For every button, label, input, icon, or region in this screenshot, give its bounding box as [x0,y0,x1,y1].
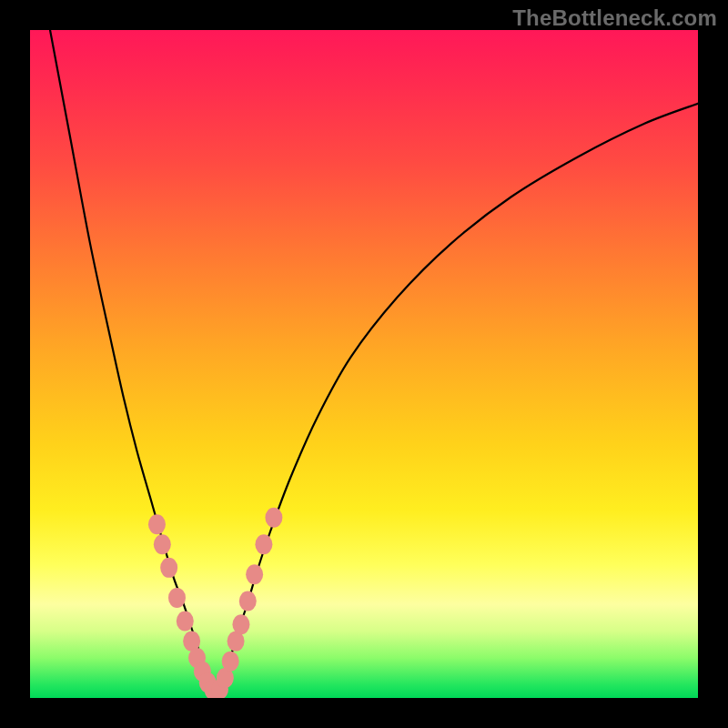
data-marker [222,652,239,672]
chart-svg [30,30,698,698]
data-marker [154,534,171,554]
watermark-text: TheBottleneck.com [512,5,717,31]
data-marker [239,592,257,612]
data-marker [246,564,263,584]
data-marker [177,612,194,632]
marker-group [148,508,282,698]
data-marker [232,614,249,634]
data-marker [168,588,186,608]
bottleneck-curve-right-branch [217,104,698,692]
bottleneck-curve-left-branch [50,30,217,692]
data-marker [265,508,282,528]
data-marker [255,534,272,554]
curve-group [50,30,698,692]
chart-frame: TheBottleneck.com [0,0,728,728]
plot-area [30,30,698,698]
data-marker [148,514,166,534]
data-marker [160,558,177,578]
